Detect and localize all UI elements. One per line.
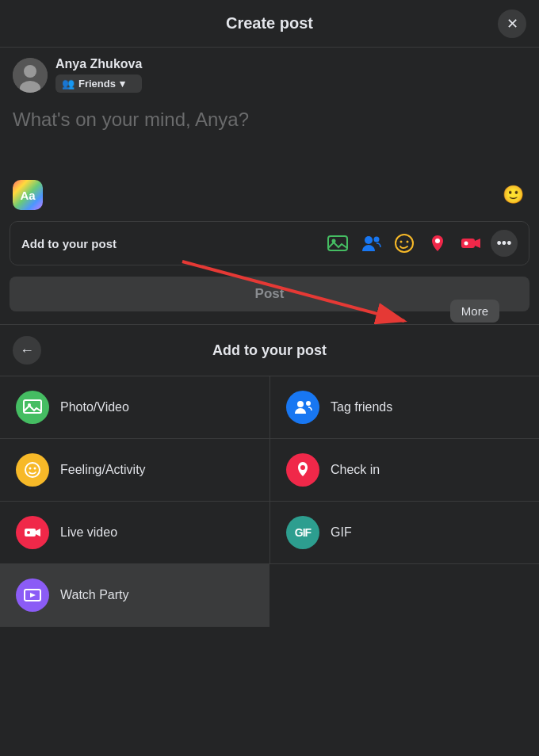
feeling-label: Feeling/Activity [60, 463, 146, 477]
photo-video-icon [16, 391, 49, 424]
live-video-menu-icon [16, 516, 49, 549]
gif-menu-icon: GIF [286, 516, 319, 549]
menu-item-check-in[interactable]: Check in [270, 439, 539, 502]
feeling-icon-btn[interactable] [391, 230, 418, 257]
watch-party-menu-icon [16, 578, 49, 612]
user-name: Anya Zhukova [55, 57, 142, 71]
audience-icon: 👥 [62, 78, 75, 90]
emoji-button[interactable]: 🙂 [499, 181, 526, 208]
avatar [13, 58, 48, 93]
svg-point-26 [27, 531, 30, 534]
svg-marker-28 [30, 593, 36, 598]
smiley-icon: 🙂 [503, 185, 524, 205]
menu-item-gif[interactable]: GIF GIF [270, 502, 539, 564]
ellipsis-icon: ••• [497, 235, 512, 252]
svg-point-1 [24, 65, 36, 78]
audience-label: Friends [78, 78, 116, 90]
svg-rect-16 [24, 400, 41, 413]
menu-item-photo-video[interactable]: Photo/Video [0, 376, 270, 439]
svg-marker-12 [475, 239, 480, 248]
live-video-icon-btn[interactable] [457, 230, 484, 257]
tag-friends-label: Tag friends [331, 400, 392, 414]
svg-point-13 [464, 242, 468, 246]
post-placeholder: What's on your mind, Anya? [13, 109, 249, 130]
svg-rect-3 [328, 236, 347, 250]
svg-point-21 [29, 468, 32, 470]
back-button[interactable]: ← [13, 336, 41, 365]
font-style-button[interactable]: Aa [13, 180, 43, 210]
tag-friends-icon-btn[interactable] [357, 230, 384, 257]
add-to-post-section: ← Add to your post Photo/Video Tag frien… [0, 324, 539, 627]
svg-point-19 [306, 401, 311, 406]
menu-item-watch-party[interactable]: Watch Party [0, 564, 270, 627]
photo-video-label: Photo/Video [60, 400, 129, 414]
header: Create post ✕ [0, 0, 539, 48]
svg-point-18 [297, 401, 304, 407]
user-details: Anya Zhukova 👥 Friends ▾ [55, 57, 142, 93]
more-label: More [461, 304, 488, 318]
post-icons: ••• [324, 230, 518, 257]
check-in-menu-icon [286, 453, 319, 487]
gif-label: GIF [331, 525, 352, 540]
close-icon: ✕ [507, 15, 518, 32]
menu-grid: Photo/Video Tag friends Feeling/Activity… [0, 376, 539, 627]
svg-point-10 [435, 239, 440, 243]
watch-party-label: Watch Party [60, 588, 129, 602]
svg-point-8 [400, 241, 403, 243]
add-to-post-label: Add to your post [21, 237, 117, 250]
post-input-area[interactable]: What's on your mind, Anya? [0, 102, 539, 174]
menu-item-tag-friends[interactable]: Tag friends [270, 376, 539, 439]
svg-point-22 [34, 468, 36, 470]
feeling-menu-icon [16, 453, 49, 487]
more-dots-button[interactable]: ••• [491, 230, 518, 257]
svg-point-9 [407, 241, 409, 243]
tag-friends-menu-icon [286, 391, 319, 424]
user-info: Anya Zhukova 👥 Friends ▾ [0, 48, 539, 102]
svg-point-5 [365, 236, 373, 244]
menu-item-live-video[interactable]: Live video [0, 502, 270, 564]
svg-point-7 [396, 235, 413, 252]
add-post-header: ← Add to your post [0, 325, 539, 376]
audience-button[interactable]: 👥 Friends ▾ [55, 74, 142, 93]
live-video-label: Live video [60, 525, 117, 540]
menu-item-feeling[interactable]: Feeling/Activity [0, 439, 270, 502]
font-icon: Aa [20, 189, 35, 202]
svg-point-6 [374, 237, 380, 242]
add-post-section-title: Add to your post [52, 342, 487, 359]
header-title: Create post [226, 14, 313, 32]
chevron-down-icon: ▾ [120, 78, 125, 90]
check-in-label: Check in [331, 463, 380, 477]
more-tooltip: More [450, 300, 499, 323]
add-to-post-bar: Add to your post ••• [10, 221, 529, 265]
svg-marker-25 [36, 529, 40, 536]
svg-point-23 [300, 465, 305, 470]
compose-bottom: Aa 🙂 [0, 174, 539, 216]
photo-icon-btn[interactable] [324, 230, 351, 257]
svg-point-20 [25, 463, 40, 477]
back-icon: ← [20, 342, 34, 359]
checkin-icon-btn[interactable] [424, 230, 451, 257]
close-button[interactable]: ✕ [498, 10, 526, 38]
